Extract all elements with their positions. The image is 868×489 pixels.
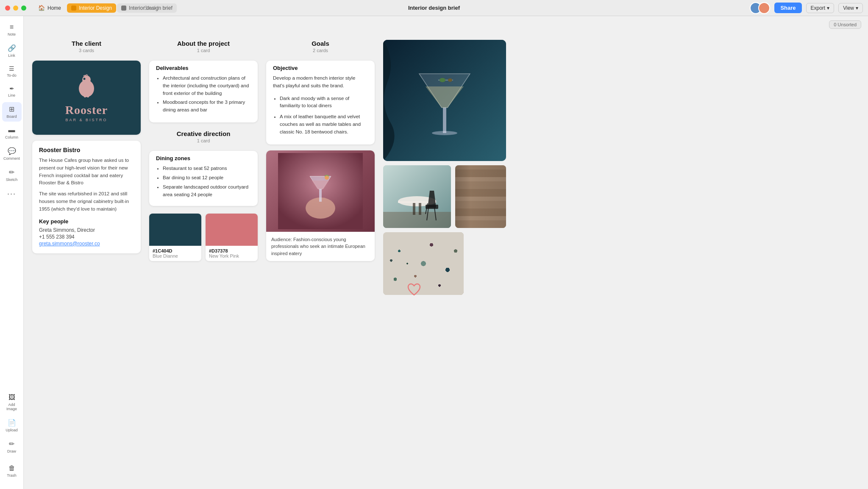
key-people-email[interactable]: greta.simmons@rooster.co (39, 241, 134, 247)
sidebar-add-image-label: Add Image (5, 403, 19, 411)
more-icon: ··· (7, 189, 16, 198)
sidebar-item-trash[interactable]: 🗑 Trash (2, 461, 22, 481)
todo-icon: ☰ (9, 65, 14, 72)
avatar-2 (758, 2, 770, 14)
trash-icon: 🗑 (8, 464, 15, 472)
dining-item-1: Restaurant to seat 52 patrons (163, 165, 251, 172)
export-chevron-icon: ▾ (827, 5, 829, 11)
client-title: The client (32, 40, 141, 47)
key-people-title: Key people (39, 218, 134, 225)
goal-item-1: Dark and moody with a sense of familiari… (280, 95, 368, 110)
dining-item-3: Separate landscaped outdoor courtyard ar… (163, 183, 251, 199)
image-grid (383, 165, 506, 295)
avatar-group (750, 2, 770, 14)
sidebar-item-more[interactable]: ··· (2, 186, 22, 201)
main-layout: ≡ Note 🔗 Link ☰ To-do ✒ Line ⊞ Board ▬ C… (0, 16, 868, 489)
dining-item-2: Bar dining to seat 12 people (163, 174, 251, 182)
view-button[interactable]: View ▾ (838, 3, 863, 13)
traffic-lights (5, 6, 26, 11)
export-button[interactable]: Export ▾ (806, 3, 835, 13)
sidebar-item-note[interactable]: ≡ Note (2, 20, 22, 39)
sidebar-item-todo[interactable]: ☰ To-do (2, 62, 22, 81)
svg-point-1 (82, 75, 91, 84)
link-icon: 🔗 (8, 44, 16, 52)
brief-icon (121, 6, 126, 11)
svg-rect-3 (84, 94, 86, 97)
sidebar-item-sketch[interactable]: ✏ Sketch (2, 165, 22, 185)
sidebar-item-add-image[interactable]: 🖼 Add Image (2, 391, 22, 414)
cards-grid: The client 3 cards (32, 40, 860, 295)
swatch-pink-hex: #D37378 (209, 248, 254, 253)
objective-text: Develop a modern french interior style t… (273, 75, 368, 90)
key-people-phone: +1 555 238 394 (39, 234, 134, 240)
svg-rect-20 (419, 203, 421, 215)
sketch-icon: ✏ (9, 168, 14, 176)
rooster-brand-sub: BAR & BISTRO (65, 118, 107, 122)
sidebar-column-label: Column (5, 135, 18, 139)
tab-interior[interactable]: Interior Design (67, 3, 116, 13)
client-count: 3 cards (32, 48, 141, 53)
note-icon: ≡ (10, 23, 14, 31)
sidebar-trash-label: Trash (7, 473, 17, 478)
sidebar-item-link[interactable]: 🔗 Link (2, 41, 22, 61)
deliverable-2: Moodboard concepts for the 3 primary din… (163, 99, 251, 114)
sidebar-item-line[interactable]: ✒ Line (2, 82, 22, 100)
svg-rect-19 (413, 203, 415, 215)
sidebar-upload-label: Upload (6, 428, 18, 432)
heart-annotation (406, 282, 422, 299)
saved-status: Saved (144, 5, 159, 11)
draw-icon: ✏ (9, 440, 14, 448)
bistro-name: Rooster Bistro (39, 147, 134, 153)
sidebar-item-draw[interactable]: ✏ Draw (2, 437, 22, 456)
about-column-header: About the project 1 card (149, 40, 258, 55)
about-column: About the project 1 card Deliverables Ar… (149, 40, 258, 261)
close-button[interactable] (5, 6, 10, 11)
sidebar-item-comment[interactable]: 💬 Comment (2, 144, 22, 164)
color-swatches: #1C404D Blue Dianne #D37378 New York Pin… (149, 214, 258, 261)
share-button[interactable]: Share (774, 3, 801, 13)
deliverables-card: Deliverables Architectural and construct… (149, 61, 258, 122)
logo-area: Rooster BAR & BISTRO (32, 61, 141, 135)
unsorted-badge[interactable]: 0 Unsorted (829, 20, 861, 29)
maximize-button[interactable] (21, 6, 26, 11)
titlebar: 🏠 Home Interior Design Interior design b… (0, 0, 868, 16)
upload-icon: 📄 (8, 419, 16, 427)
deliverables-title: Deliverables (156, 65, 251, 71)
board-icon: ⊞ (9, 105, 14, 113)
sidebar-sketch-label: Sketch (6, 178, 18, 182)
main-cocktail-image (383, 40, 506, 161)
svg-point-2 (83, 78, 86, 80)
tab-interior-label: Interior Design (79, 5, 112, 11)
sidebar-link-label: Link (8, 53, 15, 58)
goals-list: Dark and moody with a sense of familiari… (273, 95, 368, 136)
svg-rect-24 (426, 205, 438, 209)
terrazzo-image (383, 232, 464, 295)
tab-home[interactable]: 🏠 Home (33, 3, 66, 13)
svg-point-13 (440, 78, 445, 82)
svg-point-11 (432, 131, 457, 135)
sidebar-note-label: Note (8, 32, 16, 36)
svg-rect-10 (443, 108, 446, 133)
svg-rect-16 (383, 212, 451, 228)
column-icon: ▬ (8, 126, 15, 134)
client-info-card: Rooster Bistro The House Cafes group hav… (32, 141, 141, 253)
dining-title: Dining zones (156, 155, 251, 161)
goals-title: Goals (266, 40, 375, 47)
sidebar-item-upload[interactable]: 📄 Upload (2, 416, 22, 435)
add-image-icon: 🖼 (8, 394, 15, 401)
logo-card: Rooster BAR & BISTRO (32, 61, 141, 135)
rooster-ghost-icon (76, 74, 97, 101)
creative-card: Dining zones Restaurant to seat 52 patro… (149, 151, 258, 206)
sidebar-todo-label: To-do (7, 73, 17, 78)
audience-image (266, 150, 375, 232)
audience-caption: Audience: Fashion-conscious young profes… (266, 232, 375, 261)
key-people-name: Greta Simmons, Director (39, 227, 134, 233)
sidebar-draw-label: Draw (7, 449, 16, 453)
sidebar-item-column[interactable]: ▬ Column (2, 123, 22, 142)
sidebar-line-label: Line (8, 93, 15, 97)
svg-rect-4 (87, 94, 89, 97)
minimize-button[interactable] (13, 6, 18, 11)
sidebar-item-board[interactable]: ⊞ Board (2, 102, 22, 122)
deliverables-list: Architectural and construction plans of … (156, 75, 251, 114)
page-title: Interior design brief (408, 5, 460, 11)
